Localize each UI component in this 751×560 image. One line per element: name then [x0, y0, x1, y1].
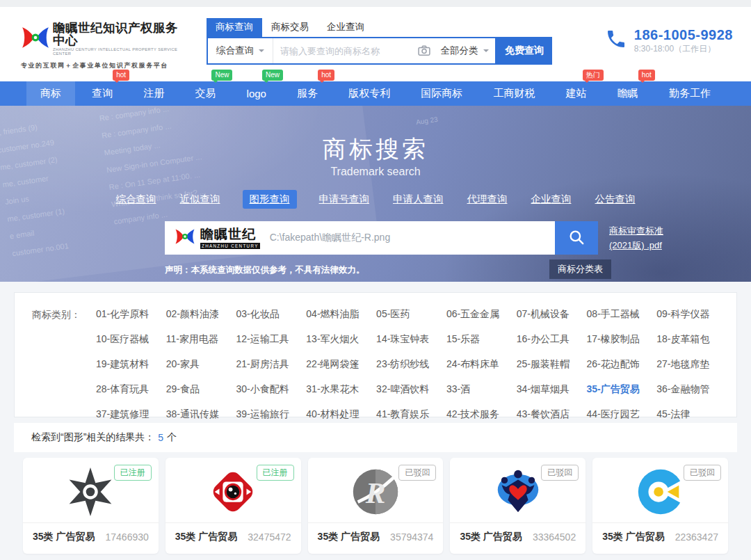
hero-search-value: C:\fakepath\瞻瞩世纪-R.png [270, 232, 391, 244]
brand-logo[interactable]: 瞻瞩世纪知识产权服务中心 ZHANZHU CENTURY INTELLECTUA… [21, 22, 188, 70]
category-item[interactable]: 16-办公工具 [517, 333, 587, 346]
camera-icon[interactable] [414, 44, 434, 58]
trademark-card-4[interactable]: 已驳回35类 广告贸易22363427 [592, 458, 728, 554]
nav-item-1[interactable]: 查询hot [78, 81, 127, 106]
nav-item-9[interactable]: 建站热门 [552, 81, 601, 106]
hero-tab-3[interactable]: 申请号查询 [318, 190, 371, 209]
category-item[interactable]: 38-通讯传媒 [166, 408, 236, 421]
hero-tab-4[interactable]: 申请人查询 [391, 190, 445, 209]
category-item[interactable]: 12-运输工具 [236, 333, 307, 346]
nav-item-0[interactable]: 商标 [26, 81, 75, 106]
page-title: 商标搜索 [0, 134, 751, 166]
phone-number: 186-1005-9928 [634, 28, 733, 42]
card-class-label: 35类 广告贸易 [460, 531, 522, 543]
card-status-badge: 已注册 [257, 465, 294, 481]
nav-item-2[interactable]: 注册 [129, 81, 178, 106]
header-search-input[interactable] [273, 46, 414, 56]
nav-item-3[interactable]: 交易New [181, 81, 229, 106]
pdf-standard-link[interactable]: 商标审查标准 (2021版) .pdf [609, 224, 663, 253]
nav-item-8[interactable]: 工商财税 [479, 81, 549, 106]
category-item[interactable]: 29-食品 [166, 383, 236, 396]
hero-tab-5[interactable]: 代理查询 [466, 190, 509, 209]
category-item[interactable]: 31-水果花木 [306, 383, 376, 396]
search-type-dropdown[interactable]: 综合查询 [208, 38, 273, 63]
category-item[interactable]: 41-教育娱乐 [376, 408, 446, 421]
category-item[interactable]: 30-小食配料 [236, 383, 307, 396]
phone-hours: 8:30-18:00（工作日） [634, 45, 733, 53]
category-item[interactable]: 25-服装鞋帽 [517, 358, 587, 371]
header-tab-0[interactable]: 商标查询 [207, 18, 262, 37]
category-item[interactable]: 40-材料处理 [306, 408, 376, 421]
header-search-tabs: 商标查询商标交易企业查询 [207, 18, 552, 37]
category-panel: 商标类别： 01-化学原料02-颜料油漆03-化妆品04-燃料油脂05-医药06… [14, 292, 737, 417]
category-item[interactable]: 18-皮革箱包 [656, 333, 727, 346]
hero-search-box[interactable]: 瞻瞩世纪 ZHANZHU CENTURY C:\fakepath\瞻瞩世纪-R.… [165, 221, 555, 255]
category-item[interactable]: 17-橡胶制品 [586, 333, 656, 346]
category-item[interactable]: 21-厨房洁具 [236, 358, 307, 371]
hero-tab-0[interactable]: 综合查询 [115, 190, 158, 209]
category-item[interactable]: 14-珠宝钟表 [376, 333, 446, 346]
category-item[interactable]: 36-金融物管 [656, 383, 727, 396]
category-item[interactable]: 13-军火烟火 [306, 333, 376, 346]
category-item[interactable]: 39-运输旅行 [236, 408, 307, 421]
category-item[interactable]: 33-酒 [446, 383, 517, 396]
header-tab-1[interactable]: 商标交易 [262, 18, 318, 37]
header-tab-2[interactable]: 企业查询 [318, 18, 373, 37]
category-item[interactable]: 02-颜料油漆 [166, 308, 236, 321]
brand-butterfly-icon [175, 228, 195, 248]
trademark-card-0[interactable]: 已注册35类 广告贸易17466930 [23, 458, 159, 554]
nav-item-4[interactable]: logoNew [233, 81, 280, 106]
nav-item-label: 商标 [40, 87, 61, 100]
hero-tab-1[interactable]: 近似查询 [179, 190, 222, 209]
hero-tab-2[interactable]: 图形查询 [243, 190, 297, 209]
free-query-button[interactable]: 免费查询 [496, 37, 552, 65]
category-item[interactable]: 27-地毯席垫 [656, 358, 727, 371]
category-item[interactable]: 09-科学仪器 [656, 308, 727, 321]
category-item[interactable]: 43-餐饮酒店 [517, 408, 587, 421]
category-item[interactable]: 08-手工器械 [586, 308, 656, 321]
category-item[interactable]: 26-花边配饰 [586, 358, 656, 371]
category-item[interactable]: 42-技术服务 [446, 408, 517, 421]
classification-table-button[interactable]: 商标分类表 [549, 259, 611, 279]
category-item[interactable]: 05-医药 [376, 308, 446, 321]
trademark-card-2[interactable]: 已驳回R35类 广告贸易35794374 [308, 458, 444, 554]
class-filter-dropdown[interactable]: 全部分类 [434, 38, 495, 63]
category-item[interactable]: 03-化妆品 [236, 308, 307, 321]
category-item[interactable]: 04-燃料油脂 [306, 308, 376, 321]
trademark-card-3[interactable]: 已驳回35类 广告贸易33364502 [450, 458, 586, 554]
category-item[interactable]: 06-五金金属 [446, 308, 517, 321]
category-item[interactable]: 19-建筑材料 [96, 358, 166, 371]
nav-item-11[interactable]: 勤务工作 [655, 81, 725, 106]
category-item[interactable]: 45-法律 [656, 408, 727, 421]
category-item[interactable]: 10-医疗器械 [96, 333, 166, 346]
category-item[interactable]: 11-家用电器 [166, 333, 236, 346]
category-item[interactable]: 24-布料床单 [446, 358, 517, 371]
hero-tab-7[interactable]: 公告查询 [594, 190, 637, 209]
category-item[interactable]: 32-啤酒饮料 [376, 383, 446, 396]
category-item[interactable]: 01-化学原料 [96, 308, 166, 321]
category-item[interactable]: 44-医疗园艺 [586, 408, 656, 421]
nav-item-5[interactable]: 服务hot [283, 81, 332, 106]
hero-search-button[interactable] [555, 221, 598, 255]
category-item[interactable]: 35-广告贸易 [586, 383, 656, 396]
nav-item-7[interactable]: 国际商标 [407, 81, 476, 106]
page-subtitle: Trademark search [0, 166, 751, 178]
category-item[interactable]: 23-纺织纱线 [376, 358, 446, 371]
category-item[interactable]: 37-建筑修理 [96, 408, 166, 421]
category-item[interactable]: 15-乐器 [446, 333, 517, 346]
category-item[interactable]: 22-绳网袋篷 [306, 358, 376, 371]
search-icon [567, 228, 586, 248]
card-registration-number: 33364502 [533, 531, 576, 543]
trademark-card-1[interactable]: 已注册35类 广告贸易32475472 [165, 458, 301, 554]
phone-contact: 186-1005-9928 8:30-18:00（工作日） [605, 28, 733, 53]
card-footer: 35类 广告贸易35794374 [308, 522, 444, 551]
hero-tab-6[interactable]: 企业查询 [530, 190, 573, 209]
category-item[interactable]: 34-烟草烟具 [517, 383, 587, 396]
category-item[interactable]: 20-家具 [166, 358, 236, 371]
category-item[interactable]: 07-机械设备 [517, 308, 587, 321]
nav-item-label: 国际商标 [421, 87, 462, 100]
nav-item-10[interactable]: 瞻瞩hot [604, 81, 652, 106]
category-item[interactable]: 28-体育玩具 [96, 383, 166, 396]
nav-badge: New [262, 70, 283, 81]
nav-item-6[interactable]: 版权专利 [334, 81, 404, 106]
